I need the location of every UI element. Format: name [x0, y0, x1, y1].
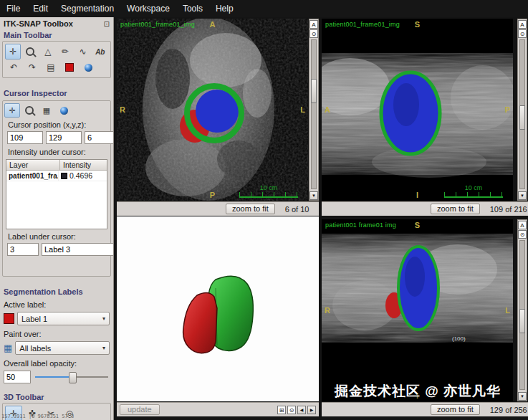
view-sagittal[interactable]: patient001_frame01_img S A P I 10 cm: [322, 19, 513, 201]
next-arrow-icon[interactable]: ▶: [307, 406, 316, 414]
segmentation-labels-label: Segmentation Labels: [0, 285, 113, 297]
paint-over-value: All labels: [19, 344, 51, 353]
snake-tool-button[interactable]: ∿: [75, 44, 90, 59]
label-under-cursor-inputs: [4, 242, 109, 257]
paint-over-select[interactable]: All labels ▾: [15, 341, 110, 355]
opacity-slider[interactable]: [35, 371, 108, 383]
view-coronal-bar: zoom to fit 129 of 256: [322, 402, 528, 416]
view-coronal[interactable]: patient001 frame01 img S R L I (100): [322, 219, 513, 401]
polygon-tool-button[interactable]: △: [40, 44, 56, 59]
image-annotation: (100): [452, 335, 466, 342]
zoom-to-fit-button[interactable]: zoom to fit: [431, 204, 480, 214]
view-coronal-title: patient001 frame01 img: [325, 221, 396, 229]
column-header-layer: Layer: [6, 160, 60, 170]
zoom-tool-button[interactable]: [22, 44, 38, 59]
annotation-tool-button[interactable]: Ab: [92, 44, 108, 59]
active-label-row: Label 1 ▾: [0, 310, 113, 327]
menubar: File Edit Segmentation Workspace Tools H…: [0, 0, 528, 17]
toolbox-panel: ITK-SNAP Toolbox ⊡ Main Toolbar ✛ △ ✏ ∿ …: [0, 17, 114, 420]
redo-button[interactable]: ↷: [24, 59, 41, 75]
paintbrush-tool-button[interactable]: ✏: [57, 44, 73, 59]
menu-help[interactable]: Help: [209, 1, 240, 16]
orientation-marker-posterior: P: [210, 191, 215, 199]
toolbox-header: ITK-SNAP Toolbox ⊡: [0, 17, 113, 29]
intensity-table: Layer Intensity patient001_fra... 0.4696: [6, 159, 107, 229]
toolbox-title: ITK-SNAP Toolbox: [4, 19, 73, 28]
segmentation-3d-render: [117, 216, 319, 401]
annotation-toggle-button[interactable]: A: [309, 20, 318, 29]
layer-inspector-button[interactable]: ▤: [42, 59, 59, 75]
scroll-down-icon[interactable]: ▼: [309, 191, 318, 200]
slice-indicator: 109 of 216: [490, 205, 527, 214]
crosshair-toggle-button[interactable]: ⊙: [518, 29, 527, 38]
orientation-marker-anterior: A: [325, 105, 330, 114]
annotation-toggle-button[interactable]: A: [518, 20, 527, 29]
slice-thumb[interactable]: [519, 105, 525, 130]
annotation-toggle-button[interactable]: A: [518, 221, 527, 229]
main-toolbar-row-1: ✛ △ ✏ ∿ Ab: [5, 44, 108, 59]
view-axial-bar: zoom to fit 6 of 10: [117, 201, 319, 216]
previous-arrow-icon[interactable]: ◀: [297, 406, 306, 414]
itk-snap-window: File Edit Segmentation Workspace Tools H…: [0, 0, 528, 420]
cursor-x-input[interactable]: [7, 131, 43, 144]
slice-track[interactable]: [519, 39, 525, 189]
menu-workspace[interactable]: Workspace: [120, 1, 176, 16]
chevron-down-icon: ▾: [102, 345, 105, 351]
sphere-icon: [85, 64, 92, 72]
magnifier-icon: [26, 47, 34, 56]
slice-thumb[interactable]: [519, 309, 525, 333]
slider-handle[interactable]: [69, 372, 77, 383]
active-label-color-swatch: [4, 313, 14, 324]
slice-track[interactable]: [519, 240, 525, 390]
slice-track[interactable]: [311, 39, 317, 189]
sagittal-mri-image: [322, 19, 513, 201]
label-name-input[interactable]: [42, 243, 114, 256]
crosshair-tool-button[interactable]: ✛: [5, 44, 21, 59]
cursor-inspector-label: Cursor Inspector: [0, 87, 113, 99]
grid-view-button[interactable]: ▦: [39, 103, 54, 118]
speed-image-button[interactable]: [80, 59, 97, 75]
zoom-to-fit-button[interactable]: zoom to fit: [431, 404, 480, 415]
intensity-table-header: Layer Intensity: [6, 160, 107, 171]
menu-file[interactable]: File: [0, 1, 27, 16]
slice-thumb[interactable]: [311, 79, 317, 103]
orientation-marker-superior: S: [415, 221, 420, 229]
crosshair-toggle-button[interactable]: ⊙: [518, 230, 527, 239]
crosshair-toggle-button[interactable]: ⊙: [309, 29, 318, 38]
crosshair-toggle-button[interactable]: ⊙: [287, 406, 296, 414]
cursor-y-input[interactable]: [46, 131, 82, 144]
axial-mri-image: [117, 19, 308, 201]
expand-grid-icon[interactable]: ⊞: [277, 406, 286, 414]
cursor-z-input[interactable]: [85, 131, 114, 144]
view-3d[interactable]: [117, 216, 319, 401]
slider-fill: [35, 376, 72, 378]
menu-tools[interactable]: Tools: [176, 1, 209, 16]
paint-over-label: Paint over:: [0, 327, 113, 340]
crosshair-mode-button[interactable]: ✛: [4, 103, 20, 118]
menu-edit[interactable]: Edit: [27, 1, 54, 16]
sphere-view-button[interactable]: [56, 103, 72, 118]
active-label-select[interactable]: Label 1 ▾: [17, 312, 110, 325]
opacity-input[interactable]: [4, 371, 31, 383]
detach-panel-icon[interactable]: ⊡: [104, 20, 110, 28]
view-axial[interactable]: patient001_frame01_img A R L P 10 cm: [117, 19, 308, 201]
label-under-cursor-label: Label under cursor:: [4, 229, 109, 242]
toolbar-3d-label: 3D Toolbar: [0, 391, 113, 403]
orientation-marker-superior: S: [415, 20, 420, 29]
zoom-mode-button[interactable]: [21, 103, 37, 118]
orientation-marker-left: L: [300, 105, 305, 114]
scroll-down-icon[interactable]: ▼: [518, 191, 527, 200]
menu-segmentation[interactable]: Segmentation: [54, 1, 120, 16]
table-row[interactable]: patient001_fra... 0.4696: [6, 171, 107, 181]
zoom-to-fit-button[interactable]: zoom to fit: [226, 204, 275, 214]
view-coronal-slider-column: A ⊙ ▼: [517, 219, 527, 401]
undo-button[interactable]: ↶: [5, 59, 22, 75]
label-id-input[interactable]: [7, 243, 39, 256]
orientation-marker-right: R: [325, 306, 330, 315]
cursor-position-inputs: [4, 130, 109, 145]
scroll-down-icon[interactable]: ▼: [518, 392, 527, 401]
label-editor-button[interactable]: [61, 59, 78, 75]
update-mesh-button[interactable]: update: [120, 404, 160, 415]
view-axial-slider-column: A ⊙ ▼: [309, 19, 319, 201]
slice-indicator: 129 of 256: [490, 406, 527, 414]
